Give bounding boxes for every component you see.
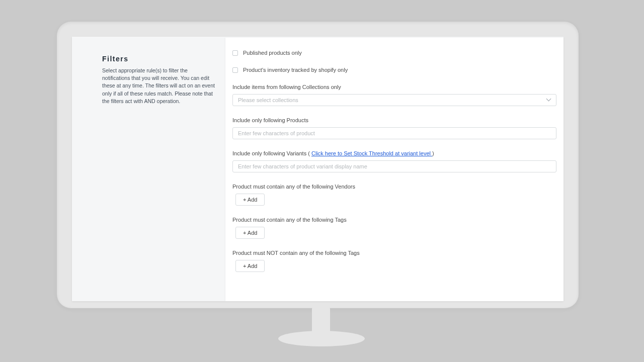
vendors-section: Product must contain any of the followin… (232, 184, 556, 206)
app-screen: Filters Select appropriate rule(s) to fi… (72, 37, 564, 301)
collections-placeholder: Please select collections (238, 97, 298, 103)
add-tag-exclude-button[interactable]: + Add (235, 260, 265, 272)
tracked-checkbox-label: Product's inventory tracked by shopify o… (243, 67, 348, 73)
published-checkbox-label: Published products only (243, 50, 302, 56)
monitor-stand-base (278, 331, 365, 346)
variants-section: Include only following Variants ( Click … (232, 150, 556, 172)
variants-input[interactable]: Enter few characters of product variant … (232, 160, 556, 172)
products-placeholder: Enter few characters of product (238, 130, 315, 136)
products-section: Include only following Products Enter fe… (232, 117, 556, 139)
monitor-frame: Filters Select appropriate rule(s) to fi… (57, 22, 579, 308)
variants-placeholder: Enter few characters of product variant … (238, 163, 367, 169)
checkbox-icon[interactable] (232, 67, 238, 73)
products-input[interactable]: Enter few characters of product (232, 127, 556, 139)
sidebar: Filters Select appropriate rule(s) to fi… (72, 37, 225, 301)
tags-include-section: Product must contain any of the followin… (232, 217, 556, 239)
vendors-label: Product must contain any of the followin… (232, 184, 556, 190)
variants-label-prefix: Include only following Variants ( (232, 150, 311, 156)
main-panel: Published products only Product's invent… (225, 38, 564, 301)
collections-section: Include items from following Collections… (232, 84, 556, 106)
collections-select[interactable]: Please select collections (232, 94, 556, 106)
tags-exclude-section: Product must NOT contain any of the foll… (232, 250, 556, 272)
checkbox-icon[interactable] (232, 50, 238, 56)
products-label: Include only following Products (232, 117, 556, 123)
sidebar-title: Filters (102, 55, 215, 63)
sidebar-description: Select appropriate rule(s) to filter the… (102, 67, 215, 105)
variants-threshold-link[interactable]: Click here to Set Stock Threshold at var… (311, 150, 432, 156)
published-checkbox-row[interactable]: Published products only (232, 50, 556, 56)
collections-label: Include items from following Collections… (232, 84, 556, 90)
tracked-checkbox-row[interactable]: Product's inventory tracked by shopify o… (232, 67, 556, 73)
variants-label-suffix: ) (432, 150, 434, 156)
add-vendor-button[interactable]: + Add (235, 194, 265, 206)
add-tag-include-button[interactable]: + Add (235, 227, 265, 239)
chevron-down-icon (547, 98, 551, 102)
tags-exclude-label: Product must NOT contain any of the foll… (232, 250, 556, 256)
variants-label: Include only following Variants ( Click … (232, 150, 556, 156)
tags-include-label: Product must contain any of the followin… (232, 217, 556, 223)
